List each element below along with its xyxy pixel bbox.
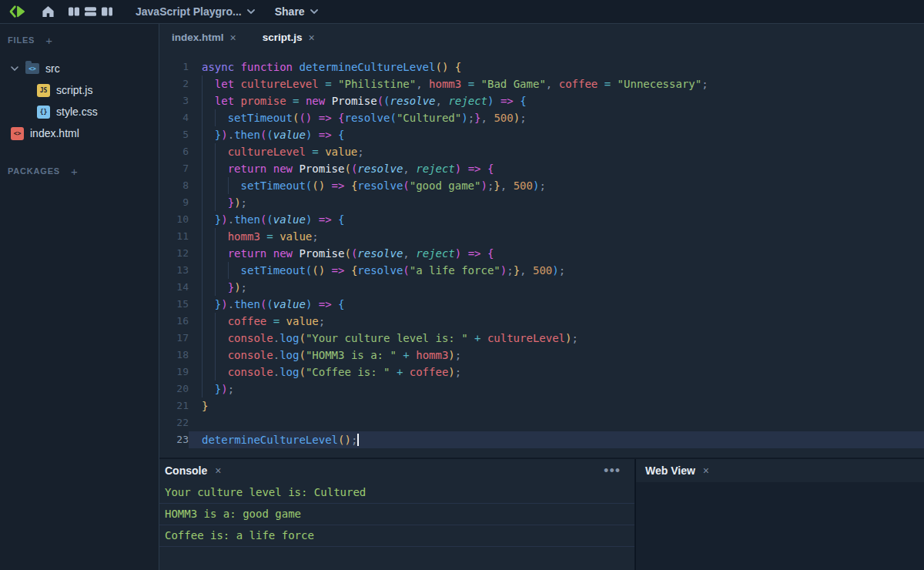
code-line[interactable]: 14}); (159, 279, 924, 296)
indent-guide (202, 177, 215, 194)
indent-guide (202, 364, 215, 381)
line-number: 2 (159, 75, 189, 92)
code-line[interactable]: 20}); (159, 381, 924, 397)
line-number: 3 (159, 92, 189, 109)
line-number: 14 (159, 279, 189, 296)
indent-guide (202, 245, 215, 262)
code-line[interactable]: 10}).then((value) => { (159, 211, 924, 228)
chevron-down-icon[interactable] (11, 66, 20, 71)
layout-split-vertical-icon[interactable] (69, 6, 79, 17)
code-line[interactable]: 17console.log("Your culture level is: " … (159, 330, 924, 347)
indent-guide (202, 160, 215, 177)
chevron-down-icon (310, 9, 318, 14)
indent-guide (215, 245, 228, 262)
indent-guide (202, 211, 215, 228)
code-line[interactable]: 5}).then((value) => { (159, 126, 924, 143)
more-options-icon[interactable]: ••• (604, 463, 621, 479)
code-line[interactable]: 19console.log("Coffee is: " + coffee); (159, 364, 924, 381)
close-icon[interactable]: × (230, 32, 236, 44)
code-line[interactable]: 11homm3 = value; (159, 228, 924, 245)
console-output: Your culture level is: CulturedHOMM3 is … (159, 482, 634, 547)
app-window: JavaScript Playgro... Share FILES + <> s… (0, 0, 924, 570)
js-file-icon: JS (37, 84, 50, 97)
indent-guide (215, 143, 228, 160)
tab-index-html[interactable]: index.html × (166, 32, 243, 44)
indent-guide (202, 279, 215, 296)
code-line[interactable]: 3let promise = new Promise((resolve, rej… (159, 92, 924, 109)
code-line[interactable]: 21} (159, 397, 924, 414)
console-log-row: Your culture level is: Cultured (159, 482, 634, 504)
line-number: 22 (159, 414, 189, 431)
code-line[interactable]: 8setTimeout(() => {resolve("good game");… (159, 177, 924, 194)
code-line[interactable]: 23determineCultureLevel(); (159, 431, 924, 448)
add-file-button[interactable]: + (45, 35, 52, 46)
tab-script-js[interactable]: script.js × (256, 32, 321, 44)
indent-guide (202, 381, 215, 397)
webview-content (636, 482, 924, 570)
indent-guide (202, 126, 215, 143)
indent-guide (215, 177, 228, 194)
webview-header: Web View × (636, 459, 924, 482)
indent-guide (202, 194, 215, 211)
code-line[interactable]: 9}); (159, 194, 924, 211)
indent-guide (202, 92, 215, 109)
packages-label: PACKAGES (8, 166, 60, 176)
line-number: 4 (159, 109, 189, 126)
layout-split-horizontal-icon[interactable] (85, 6, 96, 17)
indent-guide (215, 279, 228, 296)
bottom-panels: Console × ••• Your culture level is: Cul… (159, 458, 924, 570)
code-line[interactable]: 1async function determineCultureLevel() … (159, 59, 924, 75)
line-number: 13 (159, 262, 189, 279)
tree-item-style-css[interactable]: {} style.css (0, 101, 159, 122)
close-icon[interactable]: × (308, 32, 314, 44)
indent-guide (202, 296, 215, 313)
playcode-logo-icon[interactable] (9, 5, 26, 18)
indent-guide (228, 177, 241, 194)
code-line[interactable]: 12return new Promise((resolve, reject) =… (159, 245, 924, 262)
line-number: 5 (159, 126, 189, 143)
console-log-row: Coffee is: a life force (159, 525, 634, 547)
topbar: JavaScript Playgro... Share (0, 0, 924, 24)
close-icon[interactable]: × (215, 464, 221, 477)
line-number: 20 (159, 381, 189, 397)
close-icon[interactable]: × (703, 464, 709, 477)
code-line[interactable]: 2let cultureLevel = "Philistine", homm3 … (159, 75, 924, 92)
layout-split-right-icon[interactable] (102, 6, 112, 17)
line-number: 18 (159, 347, 189, 364)
line-number: 7 (159, 160, 189, 177)
project-title-dropdown[interactable]: JavaScript Playgro... (136, 5, 255, 18)
indent-guide (202, 75, 215, 92)
indent-guide (215, 194, 228, 211)
indent-guide (215, 109, 228, 126)
indent-guide (215, 160, 228, 177)
code-line[interactable]: 22 (159, 414, 924, 431)
share-dropdown[interactable]: Share (275, 5, 318, 18)
code-line[interactable]: 18console.log("HOMM3 is a: " + homm3); (159, 347, 924, 364)
tree-item-src[interactable]: <> src (0, 58, 159, 79)
line-number: 16 (159, 313, 189, 330)
code-line[interactable]: 4setTimeout(() => {resolve("Cultured");}… (159, 109, 924, 126)
folder-icon: <> (25, 63, 39, 74)
console-log-row: HOMM3 is a: good game (159, 504, 634, 525)
line-number: 10 (159, 211, 189, 228)
code-line[interactable]: 7return new Promise((resolve, reject) =>… (159, 160, 924, 177)
layout-switchers (69, 6, 112, 17)
indent-guide (215, 364, 228, 381)
code-line[interactable]: 6cultureLevel = value; (159, 143, 924, 160)
add-package-button[interactable]: + (71, 166, 78, 177)
tab-label: index.html (172, 32, 224, 43)
text-cursor (357, 434, 359, 446)
code-line[interactable]: 16coffee = value; (159, 313, 924, 330)
code-editor[interactable]: 1async function determineCultureLevel() … (159, 51, 924, 458)
indent-guide (202, 143, 215, 160)
files-section-header: FILES + (0, 33, 159, 47)
line-number: 15 (159, 296, 189, 313)
tree-item-script-js[interactable]: JS script.js (0, 79, 159, 101)
code-line[interactable]: 15}).then((value) => { (159, 296, 924, 313)
tree-item-index-html[interactable]: <> index.html (0, 122, 159, 144)
home-icon[interactable] (42, 5, 55, 18)
code-line[interactable]: 13setTimeout(() => {resolve("a life forc… (159, 262, 924, 279)
console-header: Console × ••• (159, 459, 634, 482)
line-number: 8 (159, 177, 189, 194)
line-number: 17 (159, 330, 189, 347)
